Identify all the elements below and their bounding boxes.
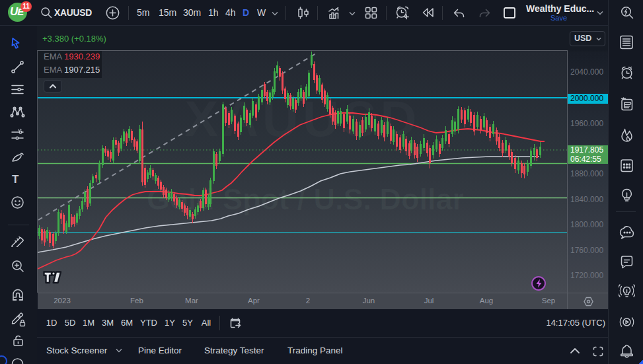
svg-text:Gold Spot / U.S. Dollar: Gold Spot / U.S. Dollar bbox=[147, 182, 464, 216]
